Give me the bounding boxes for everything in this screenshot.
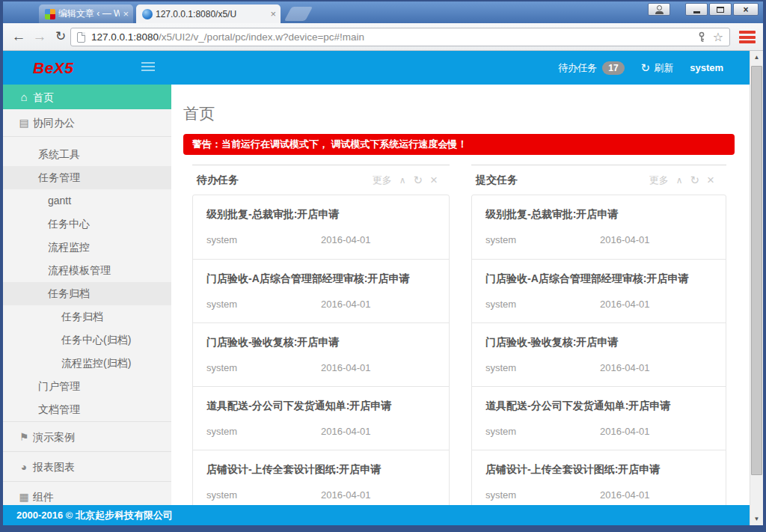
sidebar-item-label: 任务归档 (61, 311, 103, 322)
sidebar-item-10[interactable]: 任务中心(归档) (3, 328, 171, 352)
tab-x5-portal[interactable]: 127.0.0.1:8080/x5/U × (136, 4, 281, 23)
page-title: 首页 (183, 103, 750, 124)
task-item[interactable]: 门店验收-A店综合管理部经理审核:开店申请system2016-04-01 (472, 259, 726, 322)
sidebar-item-label: 任务管理 (38, 171, 80, 183)
task-title: 店铺设计-上传全套设计图纸:开店申请 (485, 463, 712, 477)
task-user: system (485, 299, 600, 310)
task-user: system (206, 362, 321, 373)
sidebar-item-11[interactable]: 流程监控(归档) (3, 352, 171, 375)
task-item[interactable]: 店铺设计-上传全套设计图纸:开店申请system2016-04-01 (193, 450, 449, 505)
page-viewport: BeX5 待办任务 17 ↻ 刷新 system ⌂首页▤协同办公系统工具任务管… (3, 51, 763, 525)
sidebar-item-3[interactable]: 任务管理 (3, 166, 171, 189)
scroll-up-button[interactable]: ▲ (750, 51, 763, 64)
sidebar-item-12[interactable]: 门户管理 (3, 375, 171, 398)
profile-button[interactable] (648, 3, 670, 16)
task-title: 道具配送-分公司下发货通知单:开店申请 (485, 400, 712, 413)
refresh-icon[interactable]: ↻ (413, 174, 423, 187)
sidebar-item-16[interactable]: ▦组件 (3, 481, 171, 505)
close-button[interactable]: × (733, 3, 759, 16)
refresh-icon[interactable]: ↻ (690, 174, 699, 187)
minimize-button[interactable] (685, 3, 708, 16)
url-path: /x5/UI2/v_/portal/pc/index.w?device=pc#!… (159, 31, 364, 43)
browser-toolbar: ← → ↻ 127.0.0.1:8080/x5/UI2/v_/portal/pc… (3, 23, 763, 51)
scroll-down-button[interactable]: ▼ (750, 513, 763, 525)
task-title: 门店验收-A店综合管理部经理审核:开店申请 (485, 272, 712, 286)
forward-button[interactable]: → (30, 27, 49, 46)
task-item[interactable]: 级别批复-总裁审批:开店申请system2016-04-01 (193, 195, 449, 259)
task-item[interactable]: 店铺设计-上传全套设计图纸:开店申请system2016-04-01 (472, 450, 726, 505)
reload-button[interactable]: ↻ (51, 27, 70, 46)
collapse-icon[interactable]: ∧ (399, 175, 406, 186)
sidebar-item-7[interactable]: 流程模板管理 (3, 259, 171, 282)
sidebar-item-1[interactable]: ▤协同办公 (3, 109, 171, 137)
task-item[interactable]: 门店验收-A店综合管理部经理审核:开店申请system2016-04-01 (193, 259, 449, 322)
new-tab-button[interactable] (284, 7, 313, 21)
panel-title: 待办任务 (197, 174, 239, 187)
sidebar-item-6[interactable]: 流程监控 (3, 236, 171, 259)
url-host: 127.0.0.1:8080 (91, 31, 159, 43)
task-user: system (206, 234, 321, 245)
close-icon[interactable]: × (430, 175, 438, 186)
task-list: 级别批复-总裁审批:开店申请system2016-04-01门店验收-A店综合管… (471, 195, 726, 505)
maximize-button[interactable] (709, 3, 732, 16)
task-title: 店铺设计-上传全套设计图纸:开店申请 (206, 463, 435, 477)
sidebar-item-15[interactable]: ◕报表图表 (3, 451, 171, 481)
task-user: system (485, 362, 600, 373)
sidebar-item-0[interactable]: ⌂首页 (3, 85, 171, 109)
key-icon (696, 31, 707, 43)
sidebar-item-13[interactable]: 文档管理 (3, 398, 171, 421)
task-title: 级别批复-总裁审批:开店申请 (206, 208, 435, 221)
close-icon[interactable]: × (707, 175, 714, 186)
sidebar-item-5[interactable]: 任务中心 (3, 213, 171, 236)
back-button[interactable]: ← (9, 27, 28, 46)
refresh-button[interactable]: ↻ 刷新 (641, 61, 674, 75)
url-text[interactable]: 127.0.0.1:8080/x5/UI2/v_/portal/pc/index… (91, 31, 696, 43)
todo-count-badge: 17 (602, 61, 624, 75)
task-item[interactable]: 道具配送-分公司下发货通知单:开店申请system2016-04-01 (472, 386, 726, 450)
task-user: system (485, 426, 600, 437)
tab-close-icon[interactable]: × (270, 9, 276, 19)
sidebar-item-9[interactable]: 任务归档 (3, 305, 171, 328)
more-button[interactable]: 更多 (649, 174, 669, 187)
close-icon: × (743, 4, 748, 15)
sidebar-item-14[interactable]: ⚑演示案例 (3, 421, 171, 451)
task-user: system (206, 426, 321, 437)
sidebar-item-4[interactable]: gantt (3, 189, 171, 213)
task-date: 2016-04-01 (600, 234, 650, 245)
task-item[interactable]: 级别批复-总裁审批:开店申请system2016-04-01 (472, 195, 726, 259)
page-scrollbar[interactable]: ▲ ▼ (750, 51, 763, 525)
task-user: system (206, 299, 321, 310)
window-controls: × (646, 3, 759, 16)
sidebar-item-label: 流程监控(归档) (61, 357, 131, 369)
app-footer: 2000-2016 © 北京起步科技有限公司 (3, 505, 750, 525)
browser-menu-button[interactable] (738, 29, 757, 45)
sidebar-item-label: 任务中心 (48, 218, 90, 230)
task-item[interactable]: 门店验收-验收复核:开店申请system2016-04-01 (472, 322, 726, 386)
sidebar-toggle-icon[interactable] (141, 62, 155, 71)
more-button[interactable]: 更多 (373, 174, 392, 187)
panel-title: 提交任务 (476, 174, 518, 187)
task-item[interactable]: 道具配送-分公司下发货通知单:开店申请system2016-04-01 (193, 386, 449, 450)
x5-favicon (142, 9, 153, 19)
tab-close-icon[interactable]: × (123, 9, 129, 19)
user-menu[interactable]: system (690, 62, 723, 73)
scrollbar-thumb[interactable] (751, 66, 762, 475)
sidebar-item-label: 流程模板管理 (48, 264, 111, 276)
task-item[interactable]: 门店验收-验收复核:开店申请system2016-04-01 (193, 322, 449, 386)
tab-wordpress[interactable]: 编辑文章 ‹ — WordP × (39, 4, 133, 23)
titlebar: 编辑文章 ‹ — WordP × 127.0.0.1:8080/x5/U × × (3, 1, 763, 23)
collapse-icon[interactable]: ∧ (676, 175, 683, 186)
task-date: 2016-04-01 (600, 362, 650, 373)
refresh-icon: ↻ (641, 62, 651, 73)
task-user: system (485, 234, 600, 245)
todo-tasks-button[interactable]: 待办任务 17 (558, 61, 624, 75)
main-content: 首页 警告：当前运行在调试模式下， 调试模式下系统运行速度会慢！ 待办任务 更多… (171, 85, 750, 505)
bookmark-star-icon[interactable]: ☆ (713, 31, 723, 43)
task-list: 级别批复-总裁审批:开店申请system2016-04-01门店验收-A店综合管… (192, 195, 450, 505)
sidebar-item-2[interactable]: 系统工具 (3, 143, 171, 166)
home-icon: ⌂ (16, 85, 31, 109)
sidebar-item-8[interactable]: 任务归档 (3, 282, 171, 305)
pie-icon: ◕ (16, 452, 31, 482)
address-bar[interactable]: 127.0.0.1:8080/x5/UI2/v_/portal/pc/index… (70, 28, 730, 46)
task-date: 2016-04-01 (321, 426, 371, 437)
